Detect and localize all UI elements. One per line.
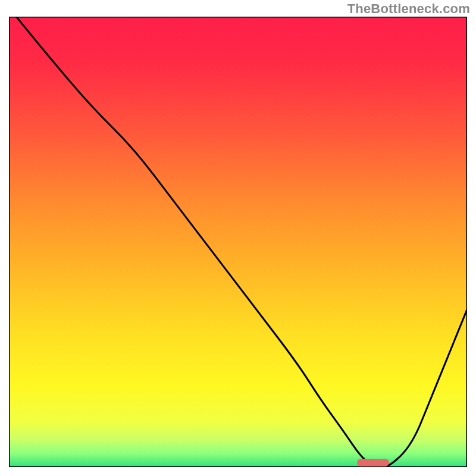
optimum-marker (357, 459, 389, 466)
chart-stage: TheBottleneck.com (0, 0, 476, 476)
gradient-background (9, 17, 467, 467)
plot-area (9, 17, 467, 467)
watermark-text: TheBottleneck.com (347, 1, 470, 17)
chart-svg (9, 17, 467, 467)
